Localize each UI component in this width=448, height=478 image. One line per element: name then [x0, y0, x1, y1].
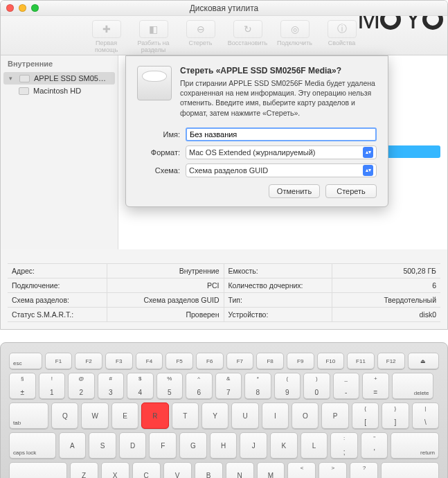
titlebar: Дисковая утилита	[1, 1, 447, 16]
key-m[interactable]: M	[257, 462, 285, 478]
key-w[interactable]: W	[81, 402, 108, 429]
key-u[interactable]: U	[231, 402, 258, 429]
key-e[interactable]: E	[111, 402, 138, 429]
key-q[interactable]: Q	[51, 402, 78, 429]
key-f2[interactable]: F2	[75, 353, 102, 369]
drive-icon	[19, 87, 29, 95]
key-6[interactable]: ^6	[186, 373, 213, 399]
first-aid-icon: ✚	[92, 20, 121, 38]
key-z[interactable]: Z	[70, 462, 98, 478]
key-d[interactable]: D	[119, 432, 147, 459]
key-n[interactable]: N	[226, 462, 254, 478]
key-j[interactable]: J	[240, 432, 267, 459]
window-title: Дисковая утилита	[1, 3, 447, 13]
sidebar-item-macintosh-hd[interactable]: Macintosh HD	[1, 85, 118, 97]
key-r[interactable]: R	[141, 402, 168, 429]
key-i[interactable]: I	[262, 402, 289, 429]
sidebar-item-apple-ssd[interactable]: ▾ APPLE SSD SM05…	[3, 72, 115, 85]
format-label: Формат:	[137, 148, 180, 157]
key-v[interactable]: V	[163, 462, 192, 478]
key-8[interactable]: *8	[244, 373, 271, 399]
key-rbracket[interactable]: }]	[382, 402, 409, 429]
toolbar-mount[interactable]: ◎Подключить	[274, 20, 316, 53]
key-f8[interactable]: F8	[256, 353, 284, 369]
erase-button[interactable]: Стереть	[325, 184, 377, 198]
key-f11[interactable]: F11	[347, 353, 375, 369]
key-t[interactable]: T	[172, 402, 199, 429]
key-shift-right[interactable]: shift	[381, 462, 439, 478]
key-f1[interactable]: F1	[45, 353, 73, 369]
table-row: Подключение:PCIКоличество дочерних:6	[8, 278, 440, 293]
key-f6[interactable]: F6	[196, 353, 224, 369]
key-x[interactable]: X	[101, 462, 129, 478]
select-arrows-icon: ▴▾	[363, 165, 373, 176]
key-3[interactable]: #3	[98, 373, 125, 399]
key-eject[interactable]: ⏏	[408, 353, 440, 369]
key-equals[interactable]: +=	[362, 373, 389, 399]
home-row: caps lock A S D F G H J K L :; "' return	[9, 432, 439, 459]
key-p[interactable]: P	[321, 402, 348, 429]
key-c[interactable]: C	[132, 462, 161, 478]
key-backslash[interactable]: |\	[412, 402, 439, 429]
key-l[interactable]: L	[301, 432, 328, 459]
key-comma[interactable]: <,	[287, 462, 316, 478]
key-return[interactable]: return	[391, 432, 439, 459]
partition-icon: ◧	[139, 20, 168, 38]
key-delete[interactable]: delete	[392, 373, 433, 399]
name-label: Имя:	[137, 130, 180, 139]
key-lbracket[interactable]: {[	[352, 402, 379, 429]
shift-row: shift Z X C V B N M <, >. ?/ shift	[9, 462, 439, 478]
key-f[interactable]: F	[149, 432, 177, 459]
key-k[interactable]: K	[270, 432, 298, 459]
key-4[interactable]: $4	[127, 373, 154, 399]
key-1[interactable]: !1	[39, 373, 66, 399]
erase-dialog: Стереть «APPLE SSD SM0256F Media»? При с…	[125, 55, 388, 207]
key-a[interactable]: A	[59, 432, 87, 459]
key-f7[interactable]: F7	[226, 353, 254, 369]
key-capslock[interactable]: caps lock	[9, 432, 56, 459]
key-g[interactable]: G	[179, 432, 207, 459]
info-icon: ⓘ	[328, 20, 357, 38]
key-f5[interactable]: F5	[165, 353, 193, 369]
key-7[interactable]: &7	[215, 373, 242, 399]
key-shift-left[interactable]: shift	[9, 462, 67, 478]
toolbar-restore[interactable]: ↻Восстановить	[226, 20, 269, 53]
table-row: Адрес:ВнутренниеЕмкость:500,28 ГБ	[8, 264, 440, 278]
toolbar-first-aid[interactable]: ✚Первая помощь	[85, 20, 128, 53]
key-b[interactable]: B	[195, 462, 223, 478]
scheme-select[interactable]: Схема разделов GUID ▴▾	[186, 163, 377, 177]
key-5[interactable]: %5	[156, 373, 183, 399]
select-arrows-icon: ▴▾	[363, 147, 373, 158]
toolbar-partition[interactable]: ◧Разбить на разделы	[132, 20, 175, 53]
key-section[interactable]: §±	[9, 373, 36, 399]
qwer888-row: tab Q W E R T Y U I O P {[ }] |\	[9, 402, 439, 429]
key-2[interactable]: @2	[68, 373, 95, 399]
key-tab[interactable]: tab	[9, 402, 48, 429]
key-slash[interactable]: ?/	[350, 462, 378, 478]
key-f12[interactable]: F12	[377, 353, 405, 369]
key-f9[interactable]: F9	[287, 353, 314, 369]
key-minus[interactable]: _-	[333, 373, 360, 399]
key-period[interactable]: >.	[319, 462, 347, 478]
number-row: §± !1 @2 #3 $4 %5 ^6 &7 *8 (9 )0 _- += d…	[9, 373, 439, 399]
key-h[interactable]: H	[210, 432, 238, 459]
key-f10[interactable]: F10	[317, 353, 345, 369]
format-select[interactable]: Mac OS Extended (журналируемый) ▴▾	[186, 145, 377, 159]
key-f4[interactable]: F4	[136, 353, 163, 369]
key-o[interactable]: O	[292, 402, 319, 429]
key-s[interactable]: S	[89, 432, 116, 459]
key-quote[interactable]: "'	[361, 432, 388, 459]
key-y[interactable]: Y	[201, 402, 229, 429]
sidebar: Внутренние ▾ APPLE SSD SM05… Macintosh H…	[1, 55, 118, 249]
cancel-button[interactable]: Отменить	[269, 184, 320, 198]
toolbar-erase[interactable]: ⊖Стереть	[179, 20, 222, 53]
name-input[interactable]	[186, 127, 377, 141]
key-f3[interactable]: F3	[105, 353, 133, 369]
chevron-down-icon[interactable]: ▾	[9, 75, 15, 82]
disk-info-table: Адрес:ВнутренниеЕмкость:500,28 ГБ Подклю…	[8, 263, 440, 322]
restore-icon: ↻	[233, 20, 262, 38]
key-esc[interactable]: esc	[9, 353, 42, 369]
key-0[interactable]: )0	[303, 373, 330, 399]
key-semicolon[interactable]: :;	[330, 432, 358, 459]
key-9[interactable]: (9	[274, 373, 301, 399]
